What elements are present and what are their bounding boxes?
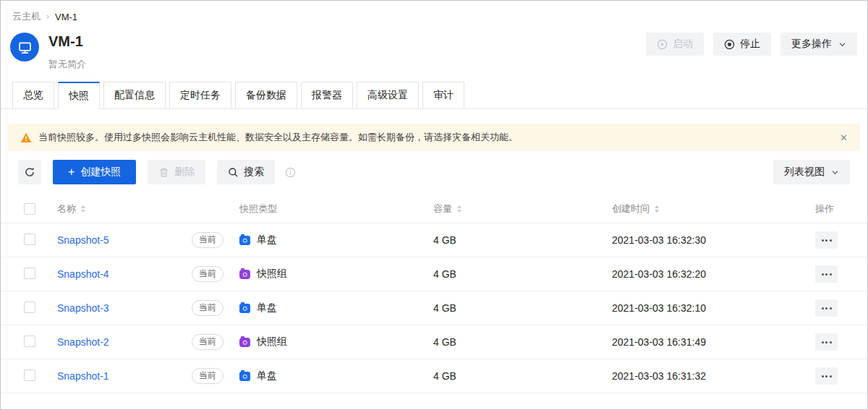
capacity-value: 4 GB <box>433 234 612 246</box>
page-subtitle: 暂无简介 <box>48 58 86 71</box>
breadcrumb-separator: › <box>46 12 49 22</box>
column-header-actions: 操作 <box>815 202 834 215</box>
row-checkbox[interactable] <box>24 268 35 279</box>
snapshot-type-label: 单盘 <box>257 370 277 383</box>
page-title: VM-1 <box>48 33 86 49</box>
vm-detail-page: 云主机 › VM-1 VM-1 暂无简介 启动 停止 <box>0 0 868 410</box>
select-all-checkbox[interactable] <box>24 203 35 215</box>
capacity-value: 4 GB <box>433 268 612 280</box>
tab-audit[interactable]: 审计 <box>422 82 464 109</box>
chevron-down-icon <box>838 40 846 48</box>
vm-avatar <box>10 33 39 61</box>
capacity-value: 4 GB <box>433 336 612 348</box>
snapshot-name-link[interactable]: Snapshot-1 <box>57 370 109 382</box>
tab-bar: 总览 快照 配置信息 定时任务 备份数据 报警器 高级设置 审计 <box>1 82 867 109</box>
search-button[interactable]: 搜索 <box>217 160 275 184</box>
play-circle-icon <box>657 39 668 50</box>
create-snapshot-button[interactable]: + 创建快照 <box>53 160 136 184</box>
row-actions-button[interactable] <box>815 231 838 249</box>
capacity-value: 4 GB <box>433 302 612 314</box>
snapshot-type-icon <box>239 304 250 313</box>
snapshot-type-icon <box>239 338 250 347</box>
created-time-value: 2021-03-03 16:32:20 <box>612 268 815 280</box>
start-button-label: 启动 <box>673 38 693 51</box>
table-row: Snapshot-2 当前 快照组 4 GB 2021-03-03 16:31:… <box>1 325 867 359</box>
snapshot-type-icon <box>239 372 250 381</box>
snapshot-name-link[interactable]: Snapshot-5 <box>57 234 109 246</box>
column-header-name: 名称 <box>57 202 76 215</box>
created-time-value: 2021-03-03 16:31:32 <box>612 370 815 382</box>
sort-icon[interactable] <box>655 205 659 213</box>
close-icon[interactable]: ✕ <box>840 133 848 142</box>
search-label: 搜索 <box>244 166 264 179</box>
breadcrumb-parent-link[interactable]: 云主机 <box>12 10 41 23</box>
current-badge: 当前 <box>192 232 224 248</box>
search-icon <box>228 167 239 178</box>
create-snapshot-label: 创建快照 <box>80 166 121 179</box>
view-switch-label: 列表视图 <box>784 166 825 179</box>
tab-overview[interactable]: 总览 <box>12 82 54 109</box>
trash-icon <box>158 167 169 178</box>
tab-advanced-settings[interactable]: 高级设置 <box>357 82 419 109</box>
capacity-value: 4 GB <box>433 370 612 382</box>
view-switch-button[interactable]: 列表视图 <box>773 160 850 184</box>
row-actions-button[interactable] <box>815 299 838 317</box>
monitor-icon <box>17 40 33 55</box>
row-checkbox[interactable] <box>24 336 35 347</box>
warning-icon <box>20 132 32 143</box>
chevron-down-icon <box>831 168 839 176</box>
column-header-created: 创建时间 <box>612 202 650 215</box>
breadcrumb: 云主机 › VM-1 <box>1 1 867 23</box>
tab-alarms[interactable]: 报警器 <box>301 82 353 109</box>
sort-icon[interactable] <box>457 205 461 213</box>
snapshot-type-label: 快照组 <box>257 336 287 349</box>
plus-icon: + <box>68 166 75 178</box>
table-row: Snapshot-3 当前 单盘 4 GB 2021-03-03 16:32:1… <box>1 291 867 325</box>
snapshot-table: 名称 快照类型 容量 创建时间 操作 Snapshot-5 当前 <box>1 195 867 393</box>
snapshot-name-link[interactable]: Snapshot-4 <box>57 268 109 280</box>
snapshot-toolbar: + 创建快照 删除 搜索 列表视图 <box>18 160 850 184</box>
tab-snapshots[interactable]: 快照 <box>58 82 100 109</box>
snapshot-name-link[interactable]: Snapshot-2 <box>57 336 109 348</box>
more-actions-button[interactable]: 更多操作 <box>780 33 857 56</box>
tab-configuration[interactable]: 配置信息 <box>103 82 166 109</box>
delete-button[interactable]: 删除 <box>148 160 205 184</box>
row-actions-button[interactable] <box>815 265 838 283</box>
row-actions-button[interactable] <box>815 333 838 351</box>
stop-button-label: 停止 <box>740 38 760 51</box>
breadcrumb-current: VM-1 <box>55 12 77 22</box>
created-time-value: 2021-03-03 16:32:30 <box>612 234 815 246</box>
created-time-value: 2021-03-03 16:32:10 <box>612 302 815 314</box>
row-actions-button[interactable] <box>815 367 838 385</box>
tab-backup-data[interactable]: 备份数据 <box>235 82 297 109</box>
snapshot-name-link[interactable]: Snapshot-3 <box>57 302 109 314</box>
page-header: VM-1 暂无简介 启动 停止 更多操作 <box>1 23 867 71</box>
tab-scheduled-tasks[interactable]: 定时任务 <box>169 82 231 109</box>
snapshot-type-icon <box>239 236 250 245</box>
table-row: Snapshot-1 当前 单盘 4 GB 2021-03-03 16:31:3… <box>1 359 867 393</box>
current-badge: 当前 <box>192 334 224 350</box>
table-header: 名称 快照类型 容量 创建时间 操作 <box>1 195 867 223</box>
table-row: Snapshot-5 当前 单盘 4 GB 2021-03-03 16:32:3… <box>1 223 867 257</box>
column-header-type: 快照类型 <box>239 202 277 215</box>
snapshot-type-label: 单盘 <box>257 234 277 247</box>
refresh-button[interactable] <box>18 160 41 184</box>
delete-label: 删除 <box>174 166 195 179</box>
row-checkbox[interactable] <box>24 234 35 245</box>
table-row: Snapshot-4 当前 快照组 4 GB 2021-03-03 16:32:… <box>1 257 867 291</box>
sort-icon[interactable] <box>81 205 85 213</box>
more-actions-label: 更多操作 <box>791 38 832 51</box>
snapshot-type-label: 快照组 <box>257 268 287 281</box>
stop-button[interactable]: 停止 <box>713 33 771 56</box>
row-checkbox[interactable] <box>24 370 35 381</box>
current-badge: 当前 <box>192 300 224 316</box>
stop-circle-icon <box>724 39 735 50</box>
column-header-capacity: 容量 <box>433 202 452 215</box>
start-button[interactable]: 启动 <box>646 33 704 56</box>
current-badge: 当前 <box>192 266 224 282</box>
warning-banner: 当前快照较多。使用过多快照会影响云主机性能、数据安全以及主存储容量。如需长期备份… <box>8 124 860 151</box>
current-badge: 当前 <box>192 368 224 384</box>
info-icon[interactable] <box>285 167 296 178</box>
row-checkbox[interactable] <box>24 302 35 313</box>
created-time-value: 2021-03-03 16:31:49 <box>612 336 815 348</box>
